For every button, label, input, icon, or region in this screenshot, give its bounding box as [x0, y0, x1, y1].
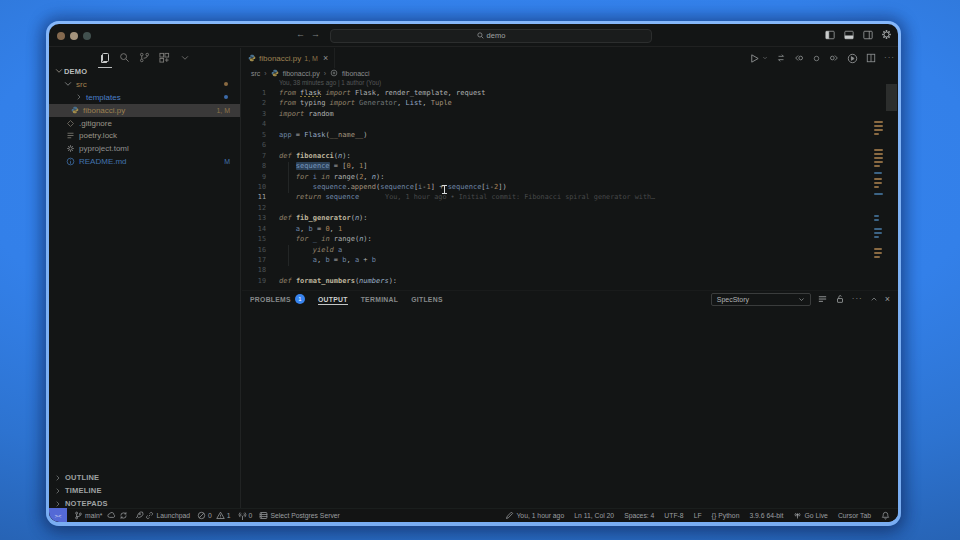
status-0[interactable]: 0 — [238, 511, 253, 520]
output-channel-select[interactable]: SpecStory — [711, 293, 811, 306]
problems-count-badge: 1 — [295, 294, 305, 304]
close-traffic-light[interactable] — [57, 32, 65, 40]
code-line-9: 9 for i in range(2, n): — [242, 172, 898, 182]
close-icon[interactable]: × — [885, 295, 890, 304]
status-sync[interactable] — [119, 511, 128, 520]
error-icon — [197, 511, 206, 520]
explorer-item--gitignore[interactable]: .gitignore — [49, 117, 240, 130]
play-icon[interactable] — [749, 53, 760, 64]
explorer-item-fibonacci-py[interactable]: fibonacci.py1, M — [49, 104, 240, 117]
python-file-icon — [248, 54, 256, 62]
gear-icon[interactable] — [881, 29, 892, 40]
zoom-traffic-light[interactable] — [83, 32, 91, 40]
code-line-18: 18 — [242, 265, 898, 275]
code-line-1: 1from flask import Flask, render_templat… — [242, 88, 898, 98]
status-rocket[interactable] — [135, 511, 144, 520]
status-lf[interactable]: LF — [694, 512, 702, 519]
status-cloud[interactable] — [107, 511, 116, 520]
explorer-item-templates[interactable]: templates — [49, 91, 240, 104]
loop-icon[interactable] — [776, 53, 786, 63]
chev-d-icon — [180, 53, 190, 63]
code-line-10: 10 sequence.append(sequence[i-1] + seque… — [242, 182, 898, 192]
status-main-[interactable]: main* — [74, 511, 102, 520]
panel-right-icon[interactable] — [862, 29, 874, 40]
status-go-live[interactable]: Go Live — [793, 511, 827, 520]
status-bar: >< main*Launchpad010Select Postgres Serv… — [49, 508, 898, 522]
nav-forward-icon[interactable]: → — [311, 30, 320, 39]
panel-tab-output[interactable]: OUTPUT — [318, 291, 348, 307]
status-you-1-hour-ago[interactable]: You, 1 hour ago — [505, 511, 564, 520]
explorer-item-readme-md[interactable]: README.mdM — [49, 155, 240, 168]
activity-scm[interactable] — [138, 51, 152, 65]
split-icon[interactable] — [866, 53, 876, 63]
code-editor[interactable]: You, 38 minutes ago | 1 author (You) 1fr… — [242, 78, 898, 290]
status-python[interactable]: {}Python — [712, 512, 740, 519]
status-bell[interactable] — [881, 511, 890, 520]
status-0[interactable]: 0 — [197, 511, 212, 520]
panel-tab-gitlens[interactable]: GITLENS — [411, 291, 443, 307]
explorer-item-pyproject-toml[interactable]: pyproject.toml — [49, 142, 240, 155]
breadcrumb[interactable]: src›fibonacci.py›fibonacci — [242, 68, 898, 78]
explorer-root[interactable]: DEMO — [49, 65, 240, 78]
chevron-right-icon — [54, 500, 62, 508]
symbol-icon — [330, 69, 338, 77]
chevron-right-icon — [54, 474, 62, 482]
panel-tab-terminal[interactable]: TERMINAL — [361, 291, 399, 307]
code-line-2: 2from typing import Generator, List, Tup… — [242, 98, 898, 108]
link-icon — [145, 511, 154, 520]
nav-back-icon[interactable]: ← — [296, 30, 305, 39]
sidebar: DEMOsrctemplatesfibonacci.py1, M.gitigno… — [49, 48, 241, 508]
unlock-icon[interactable] — [835, 294, 845, 304]
breadcrumb-fibonacci.py[interactable]: fibonacci.py — [283, 70, 320, 77]
tab-close-button[interactable]: × — [323, 53, 328, 63]
dots-icon[interactable]: ··· — [884, 54, 895, 62]
panel-left-icon[interactable] — [824, 29, 836, 40]
chev-s-icon[interactable] — [762, 55, 768, 61]
run-circle-icon[interactable] — [847, 53, 858, 64]
activity-chev-d[interactable] — [178, 51, 192, 65]
history-nav: ←→ — [296, 29, 320, 39]
panel-tab-problems[interactable]: PROBLEMS1 — [250, 291, 305, 307]
status-launchpad[interactable]: Launchpad — [145, 511, 190, 520]
panel-bottom-icon[interactable] — [843, 29, 855, 40]
status-ln-11-col-20[interactable]: Ln 11, Col 20 — [574, 512, 614, 519]
status-1[interactable]: 1 — [216, 511, 231, 520]
breadcrumb-src[interactable]: src — [251, 70, 260, 77]
dots-icon[interactable]: ··· — [852, 295, 863, 303]
code-line-4: 4 — [242, 119, 898, 129]
code-line-5: 5app = Flask(__name__) — [242, 130, 898, 140]
circle-icon[interactable] — [812, 54, 821, 63]
command-center-search[interactable]: demo — [330, 29, 652, 43]
next-change-icon[interactable] — [829, 53, 839, 63]
modified-dot — [224, 82, 228, 86]
status-cursor-tab[interactable]: Cursor Tab — [838, 512, 871, 519]
minimap[interactable] — [858, 78, 898, 290]
status-3-9-6-64-bit[interactable]: 3.9.6 64-bit — [749, 512, 783, 519]
chevron-down-icon — [798, 296, 805, 303]
files-icon — [99, 52, 111, 64]
minimize-traffic-light[interactable] — [70, 32, 78, 40]
status-select-postgres-server[interactable]: Select Postgres Server — [259, 511, 340, 520]
section-timeline[interactable]: TIMELINE — [49, 484, 240, 497]
status-spaces-4[interactable]: Spaces: 4 — [624, 512, 654, 519]
minimap-slider[interactable] — [886, 84, 897, 111]
activity-extensions[interactable] — [158, 51, 172, 65]
chevron-icon — [63, 79, 73, 89]
activity-files[interactable] — [98, 51, 112, 65]
status-utf-8[interactable]: UTF-8 — [664, 512, 683, 519]
diamond-icon — [66, 119, 75, 128]
explorer-item-src[interactable]: src — [49, 78, 240, 91]
code-line-6: 6 — [242, 140, 898, 150]
section-outline[interactable]: OUTLINE — [49, 471, 240, 484]
git-badge: M — [224, 158, 230, 165]
tab-fibonacci[interactable]: fibonacci.py 1, M × — [242, 48, 335, 68]
db-icon — [259, 511, 268, 520]
editor-tabbar: fibonacci.py 1, M × ··· — [242, 48, 898, 68]
explorer-item-poetry-lock[interactable]: poetry.lock — [49, 129, 240, 142]
chev-up-icon[interactable] — [870, 295, 878, 303]
breadcrumb-fibonacci[interactable]: fibonacci — [342, 70, 370, 77]
clear-icon[interactable] — [817, 294, 828, 305]
prev-change-icon[interactable] — [794, 53, 804, 63]
bottom-panel: PROBLEMS1OUTPUTTERMINALGITLENS SpecStory… — [242, 290, 898, 508]
activity-search[interactable] — [118, 51, 132, 65]
